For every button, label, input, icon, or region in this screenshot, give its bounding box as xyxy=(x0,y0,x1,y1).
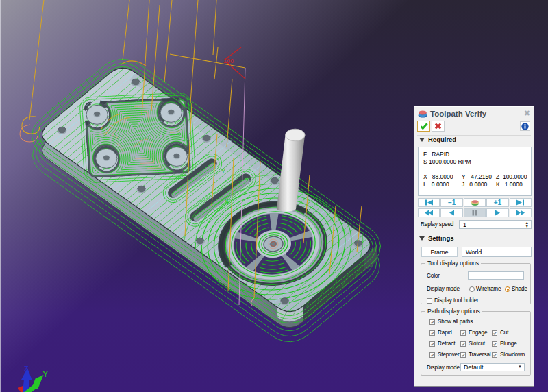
svg-text:Y: Y xyxy=(221,168,225,175)
svg-text:X: X xyxy=(225,198,229,205)
svg-text:Z: Z xyxy=(24,365,29,373)
svg-text:100: 100 xyxy=(223,58,234,64)
svg-text:Y: Y xyxy=(43,370,49,378)
